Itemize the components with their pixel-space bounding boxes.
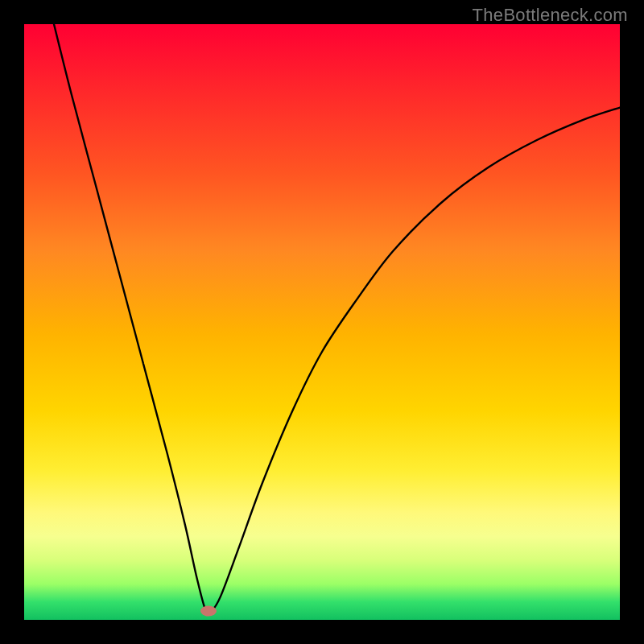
watermark-text: TheBottleneck.com — [473, 5, 628, 26]
bottleneck-curve — [24, 24, 620, 620]
plot-area — [24, 24, 620, 620]
optimum-marker — [200, 605, 217, 616]
chart-stage: TheBottleneck.com — [0, 0, 644, 644]
